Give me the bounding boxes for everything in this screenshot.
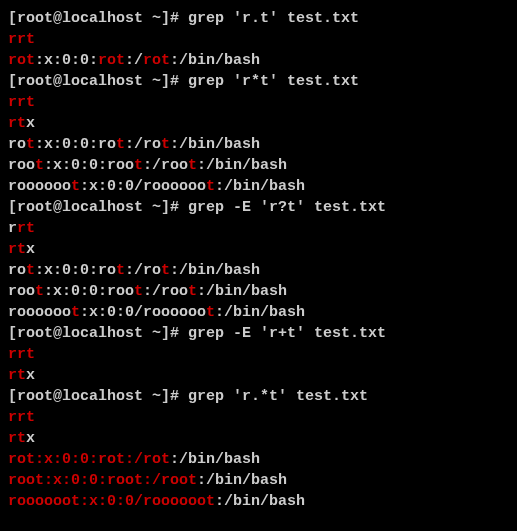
match-fragment: root:x:0:0:root:/root [8,472,197,489]
match-fragment: rrt [8,409,35,426]
terminal-line: [root@localhost ~]# grep -E 'r+t' test.t… [8,323,509,344]
match-fragment: t [116,136,125,153]
text-fragment: roooooo [8,178,71,195]
match-fragment: t [26,136,35,153]
text-fragment: :/bin/bash [170,52,260,69]
terminal-line: rot:x:0:0:rot:/rot:/bin/bash [8,134,509,155]
text-fragment: x [26,430,35,447]
terminal-line: rrt [8,92,509,113]
match-fragment: t [134,283,143,300]
match-fragment: rt [8,115,26,132]
match-fragment: t [116,262,125,279]
text-fragment: :/bin/bash [170,262,260,279]
text-fragment: :x:0:0:ro [35,262,116,279]
terminal-line: rot:x:0:0:rot:/rot:/bin/bash [8,449,509,470]
terminal-line: root:x:0:0:root:/root:/bin/bash [8,470,509,491]
terminal-line: rrt [8,407,509,428]
match-fragment: rot [143,52,170,69]
match-fragment: rrt [8,346,35,363]
match-fragment: t [35,157,44,174]
match-fragment: rt [8,367,26,384]
terminal-line: rtx [8,365,509,386]
text-fragment: :/bin/bash [197,283,287,300]
match-fragment: t [188,157,197,174]
text-fragment: :/ro [125,262,161,279]
text-fragment: :/bin/bash [170,451,260,468]
text-fragment: :x:0:0:roo [44,157,134,174]
text-fragment: :/bin/bash [215,304,305,321]
match-fragment: rot [98,52,125,69]
text-fragment: r [8,220,17,237]
text-fragment: [root@localhost ~]# grep -E 'r?t' test.t… [8,199,386,216]
match-fragment: t [71,178,80,195]
terminal-line: rot:x:0:0:rot:/rot:/bin/bash [8,260,509,281]
terminal-line: root:x:0:0:root:/root:/bin/bash [8,281,509,302]
terminal-line: roooooot:x:0:0/roooooot:/bin/bash [8,302,509,323]
match-fragment: rt [8,241,26,258]
text-fragment: :/bin/bash [170,136,260,153]
text-fragment: [root@localhost ~]# grep -E 'r+t' test.t… [8,325,386,342]
match-fragment: t [206,304,215,321]
match-fragment: t [26,262,35,279]
text-fragment: ro [8,136,26,153]
text-fragment: [root@localhost ~]# grep 'r*t' test.txt [8,73,359,90]
match-fragment: rot:x:0:0:rot:/rot [8,451,170,468]
terminal-line: rtx [8,428,509,449]
text-fragment: :x:0:0: [35,52,98,69]
terminal-line: rrt [8,29,509,50]
match-fragment: rot [8,52,35,69]
text-fragment: :/roo [143,157,188,174]
terminal-line: rtx [8,113,509,134]
text-fragment: x [26,115,35,132]
terminal-line: roooooot:x:0:0/roooooot:/bin/bash [8,491,509,512]
match-fragment: t [188,283,197,300]
terminal-line: rot:x:0:0:rot:/rot:/bin/bash [8,50,509,71]
text-fragment: :x:0:0:roo [44,283,134,300]
text-fragment: :x:0:0/roooooo [80,178,206,195]
terminal-line: [root@localhost ~]# grep 'r*t' test.txt [8,71,509,92]
text-fragment: :/bin/bash [215,178,305,195]
match-fragment: t [206,178,215,195]
match-fragment: t [71,304,80,321]
text-fragment: roo [8,157,35,174]
text-fragment: [root@localhost ~]# grep 'r.t' test.txt [8,10,359,27]
match-fragment: roooooot:x:0:0/roooooot [8,493,215,510]
text-fragment: :/bin/bash [197,472,287,489]
match-fragment: rt [17,220,35,237]
match-fragment: t [161,136,170,153]
terminal-line: [root@localhost ~]# grep 'r.t' test.txt [8,8,509,29]
match-fragment: rrt [8,31,35,48]
text-fragment: :/bin/bash [197,157,287,174]
terminal-line: rtx [8,239,509,260]
match-fragment: t [134,157,143,174]
text-fragment: x [26,367,35,384]
match-fragment: rrt [8,94,35,111]
text-fragment: x [26,241,35,258]
terminal-line: root:x:0:0:root:/root:/bin/bash [8,155,509,176]
terminal-output: [root@localhost ~]# grep 'r.t' test.txtr… [8,8,509,512]
text-fragment: ro [8,262,26,279]
match-fragment: t [35,283,44,300]
text-fragment: roooooo [8,304,71,321]
terminal-line: rrt [8,344,509,365]
text-fragment: :/ro [125,136,161,153]
terminal-line: [root@localhost ~]# grep -E 'r?t' test.t… [8,197,509,218]
text-fragment: roo [8,283,35,300]
match-fragment: rt [8,430,26,447]
text-fragment: :/roo [143,283,188,300]
text-fragment: :/bin/bash [215,493,305,510]
terminal-line: rrt [8,218,509,239]
text-fragment: :x:0:0/roooooo [80,304,206,321]
text-fragment: :/ [125,52,143,69]
terminal-line: [root@localhost ~]# grep 'r.*t' test.txt [8,386,509,407]
text-fragment: :x:0:0:ro [35,136,116,153]
match-fragment: t [161,262,170,279]
terminal-line: roooooot:x:0:0/roooooot:/bin/bash [8,176,509,197]
text-fragment: [root@localhost ~]# grep 'r.*t' test.txt [8,388,368,405]
